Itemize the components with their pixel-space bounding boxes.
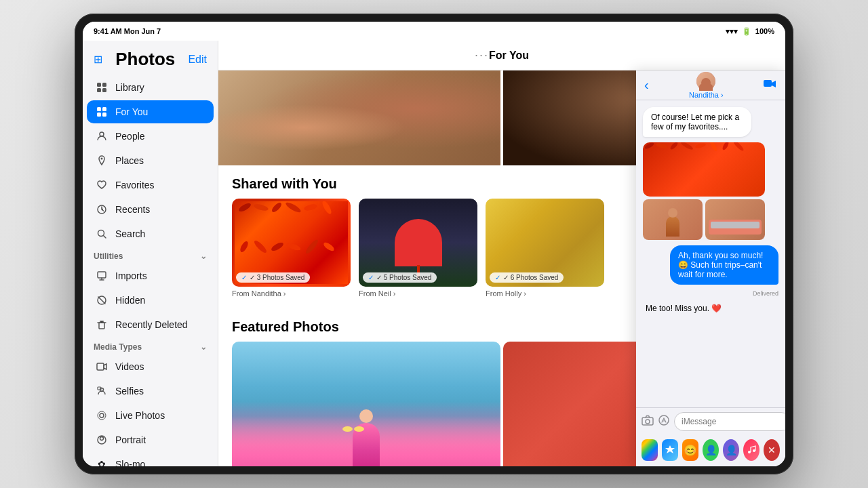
favorites-label: Favorites: [115, 180, 155, 190]
recents-icon: [95, 203, 108, 216]
svg-rect-15: [99, 323, 104, 329]
contact-avatar: [696, 72, 715, 91]
svg-rect-0: [97, 83, 101, 87]
people-label: People: [115, 131, 145, 142]
shared-photo-person: [643, 199, 703, 240]
main-content: ··· For You Shared with You: [218, 41, 785, 466]
selfies-icon: [95, 384, 108, 398]
sidebar-item-people[interactable]: People: [87, 125, 214, 148]
places-label: Places: [115, 155, 144, 166]
animoji-app-icon[interactable]: 😊: [682, 439, 698, 461]
messages-back-button[interactable]: ‹: [644, 77, 649, 93]
contact2-app-icon[interactable]: 👤: [723, 439, 739, 461]
svg-rect-4: [97, 107, 101, 111]
message-incoming-2: Me too! Miss you. ❤️: [643, 302, 724, 314]
video-call-button[interactable]: [764, 79, 777, 92]
library-label: Library: [115, 82, 144, 93]
svg-rect-5: [102, 107, 106, 111]
people-icon: [95, 129, 108, 143]
nav-title: For You: [489, 49, 529, 62]
svg-rect-1: [102, 83, 106, 87]
utilities-section: Utilities ⌄: [83, 246, 218, 264]
sidebar-item-places[interactable]: Places: [87, 149, 214, 172]
media-types-section: Media Types ⌄: [83, 337, 218, 354]
sidebar-item-slo-mo[interactable]: ✿ Slo-mo: [87, 453, 214, 466]
shared-card-1[interactable]: ✓ ✓ 3 Photos Saved From Nanditha ›: [232, 199, 351, 298]
svg-point-29: [659, 415, 669, 425]
nav-bar: ··· For You: [218, 41, 785, 70]
shared-meta-1[interactable]: From Nanditha ›: [232, 289, 351, 298]
ipad-screen: 9:41 AM Mon Jun 7 ▾▾▾ 🔋 100% ⊞ Photos Ed…: [83, 22, 785, 466]
app-container: ⊞ Photos Edit Library For You: [83, 41, 785, 466]
svg-rect-6: [97, 113, 101, 117]
shared-card-3[interactable]: ✓ ✓ 6 Photos Saved From Holly ›: [486, 199, 604, 298]
shared-thumb-1: ✓ ✓ 3 Photos Saved: [232, 199, 351, 287]
sidebar-item-recents[interactable]: Recents: [87, 198, 214, 221]
svg-point-21: [100, 437, 104, 441]
sidebar-collapse-button[interactable]: ⊞: [94, 53, 102, 66]
camera-button[interactable]: [642, 415, 654, 428]
status-time: 9:41 AM Mon Jun 7: [94, 27, 161, 35]
sidebar-item-search[interactable]: Search: [87, 222, 214, 245]
sidebar-item-favorites[interactable]: Favorites: [87, 174, 214, 197]
messages-input-bar: [636, 407, 785, 435]
imports-icon: [95, 269, 108, 283]
ipad-frame: 9:41 AM Mon Jun 7 ▾▾▾ 🔋 100% ⊞ Photos Ed…: [75, 14, 793, 474]
nav-dots-menu[interactable]: ···: [475, 48, 489, 62]
sidebar-item-for-you[interactable]: For You: [87, 100, 214, 123]
shared-badge-3: ✓ ✓ 6 Photos Saved: [490, 272, 564, 283]
shared-card-2[interactable]: ✓ ✓ 5 Photos Saved From Neil ›: [359, 199, 477, 298]
portrait-icon: [95, 433, 108, 447]
music-app-icon[interactable]: [743, 439, 760, 461]
contact1-app-icon[interactable]: 👤: [703, 439, 719, 461]
featured-photo-left: [232, 342, 500, 466]
messages-nav: ‹ Nanditha ›: [636, 70, 785, 100]
live-photos-icon: [95, 409, 108, 422]
trash-icon: [95, 318, 108, 331]
shared-photo-bus: [705, 199, 765, 240]
svg-rect-3: [102, 88, 106, 92]
live-photos-label: Live Photos: [115, 410, 165, 421]
utilities-chevron[interactable]: ⌄: [200, 251, 207, 261]
selfies-label: Selfies: [115, 386, 144, 396]
sidebar-item-recently-deleted[interactable]: Recently Deleted: [87, 313, 214, 336]
shared-thumb-3: ✓ ✓ 6 Photos Saved: [486, 199, 604, 287]
status-right: ▾▾▾ 🔋 100%: [726, 27, 774, 36]
shared-meta-2[interactable]: From Neil ›: [359, 289, 477, 298]
battery-icon: 🔋: [742, 27, 751, 36]
search-icon: [95, 227, 108, 241]
shared-badge-1: ✓ ✓ 3 Photos Saved: [236, 272, 310, 283]
sidebar-item-live-photos[interactable]: Live Photos: [87, 404, 214, 427]
messages-body: Of course! Let me pick a few of my favor…: [636, 100, 785, 407]
shared-photo-top: [643, 142, 765, 197]
appstore-app-icon[interactable]: [662, 439, 678, 461]
message-outgoing-1: Ah, thank you so much! 😄 Such fun trips–…: [670, 245, 778, 285]
sidebar-item-videos[interactable]: Videos: [87, 355, 214, 378]
places-icon: [95, 154, 108, 167]
videos-label: Videos: [115, 361, 144, 372]
sidebar-item-selfies[interactable]: Selfies: [87, 380, 214, 403]
sidebar-item-hidden[interactable]: Hidden: [87, 289, 214, 312]
messages-contact: Nanditha ›: [689, 72, 724, 99]
media-types-chevron[interactable]: ⌄: [200, 342, 207, 352]
videos-icon: [95, 360, 108, 373]
hero-image-1: [218, 70, 500, 165]
shared-meta-3[interactable]: From Holly ›: [486, 289, 604, 298]
messages-overlay: ‹ Nanditha ›: [636, 70, 785, 466]
sidebar-edit-button[interactable]: Edit: [188, 54, 207, 66]
svg-rect-2: [97, 88, 101, 92]
svg-rect-12: [98, 272, 106, 278]
sidebar-item-imports[interactable]: Imports: [87, 264, 214, 287]
svg-point-20: [98, 411, 106, 420]
appstore-button[interactable]: [658, 414, 670, 429]
photos-app-icon[interactable]: [642, 439, 658, 461]
svg-point-9: [101, 158, 103, 160]
sidebar-item-portrait[interactable]: Portrait: [87, 428, 214, 451]
red-app-icon[interactable]: ✕: [764, 439, 780, 461]
svg-point-19: [100, 413, 104, 418]
message-input[interactable]: [674, 412, 785, 431]
favorites-icon: [95, 178, 108, 192]
sidebar-item-library[interactable]: Library: [87, 76, 214, 99]
contact-name[interactable]: Nanditha ›: [689, 91, 724, 99]
svg-rect-7: [102, 113, 106, 117]
